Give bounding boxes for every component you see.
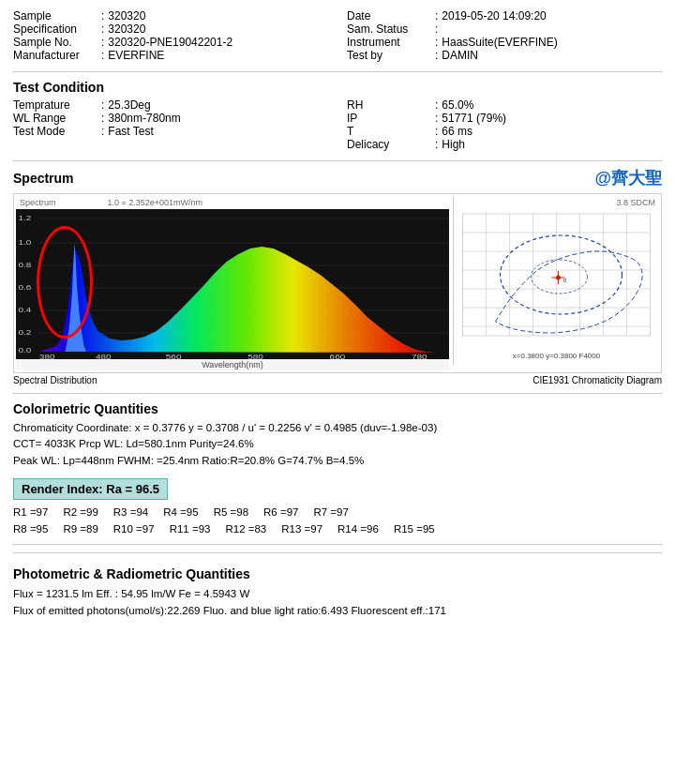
r8: R8 =95 (13, 520, 48, 537)
r15: R15 =95 (394, 520, 435, 537)
sam-status-row: Sam. Status : (347, 23, 662, 36)
colorimetric-line2: CCT= 4033K Prcp WL: Ld=580.1nm Purity=24… (13, 436, 662, 452)
ip-row: IP : 51771 (79%) (347, 112, 662, 125)
svg-text:780: 780 (412, 353, 428, 359)
spectrum-chart-container: Spectrum 1.0 = 2.352e+001mW/nm 1.2 1.0 0… (16, 196, 449, 370)
colorimetric-text: Chromaticity Coordinate: x = 0.3776 y = … (13, 420, 662, 469)
spec-colon: : (101, 23, 104, 36)
svg-text:1.2: 1.2 (18, 214, 31, 222)
sam-status-label: Sam. Status (347, 23, 431, 36)
wl-colon: : (101, 112, 104, 125)
manufacturer-value: EVERFINE (108, 49, 164, 62)
inst-colon: : (435, 36, 438, 49)
instrument-value: HaasSuite(EVERFINE) (442, 36, 557, 49)
spectrum-distribution-label: Spectral Distribution (13, 375, 97, 385)
test-mode-label: Test Mode (13, 125, 98, 138)
r6: R6 =97 (263, 504, 298, 520)
test-mode-row: Test Mode : Fast Test (13, 125, 328, 138)
date-value: 2019-05-20 14:09:20 (442, 9, 546, 23)
spectrum-title-row: Spectrum @齊大聖 (13, 167, 662, 189)
r5: R5 =98 (214, 504, 248, 520)
t-label: T (347, 125, 431, 138)
test-condition-grid: Temprature : 25.3Deg WL Range : 380nm-78… (13, 98, 662, 151)
testby-colon: : (435, 49, 438, 62)
sample-no-colon: : (101, 36, 104, 49)
svg-text:0.6: 0.6 (18, 283, 31, 292)
test-condition-section: Test Condition Temprature : 25.3Deg WL R… (13, 80, 662, 151)
cie-svg: o (454, 209, 659, 348)
r13: R13 =97 (281, 520, 322, 537)
sam-colon: : (435, 23, 438, 36)
r9: R9 =89 (63, 520, 98, 537)
date-colon: : (435, 9, 438, 23)
render-index-box: Render Index: Ra = 96.5 (13, 478, 168, 500)
manufacturer-label: Manufacturer (13, 49, 98, 62)
t-colon: : (435, 125, 438, 138)
sample-value: 320320 (108, 9, 145, 23)
ip-label: IP (347, 112, 431, 125)
divider-1 (13, 71, 662, 72)
svg-text:660: 660 (330, 353, 346, 359)
temp-colon: : (101, 98, 104, 112)
cie-chart: 3.8 SDCM (453, 196, 659, 365)
chart-labels: Spectral Distribution CIE1931 Chromatici… (13, 375, 662, 385)
colorimetric-line3: Peak WL: Lp=448nm FWHM: =25.4nm Ratio:R=… (13, 453, 662, 469)
svg-text:o: o (563, 277, 567, 283)
test-by-value: DAMIN (442, 49, 478, 62)
spectrum-wrapper: Spectrum 1.0 = 2.352e+001mW/nm 1.2 1.0 0… (13, 193, 662, 373)
test-mode-value: Fast Test (108, 125, 153, 138)
t-row: T : 66 ms (347, 125, 662, 138)
render-row-1: R1 =97 R2 =99 R3 =94 R4 =95 R5 =98 R6 =9… (13, 504, 662, 520)
r3: R3 =94 (113, 504, 148, 520)
temperature-value: 25.3Deg (108, 98, 150, 112)
mfr-colon: : (101, 49, 104, 62)
test-by-row: Test by : DAMIN (347, 49, 662, 62)
wl-range-value: 380nm-780nm (108, 112, 180, 125)
r10: R10 =97 (113, 520, 155, 537)
wavelength-label: Wavelength(nm) (16, 359, 449, 370)
svg-text:580: 580 (248, 353, 263, 359)
watermark: @齊大聖 (594, 167, 662, 189)
divider-4 (13, 544, 662, 545)
test-condition-title: Test Condition (13, 80, 662, 95)
sample-label: Sample (13, 9, 98, 23)
r4: R4 =95 (163, 504, 198, 520)
specification-value: 320320 (108, 23, 145, 36)
render-row-2: R8 =95 R9 =89 R10 =97 R11 =93 R12 =83 R1… (13, 520, 662, 537)
photometric-line1: Flux = 1231.5 lm Eff. : 54.95 lm/W Fe = … (13, 585, 662, 602)
r7: R7 =97 (313, 504, 348, 520)
delicacy-row: Delicacy : High (347, 138, 662, 151)
divider-3 (13, 393, 662, 394)
render-index-section: Render Index: Ra = 96.5 R1 =97 R2 =99 R3… (13, 475, 662, 538)
rh-value: 65.0% (442, 98, 473, 112)
specification-row: Specification : 320320 (13, 23, 328, 36)
render-values: R1 =97 R2 =99 R3 =94 R4 =95 R5 =98 R6 =9… (13, 504, 662, 538)
instrument-label: Instrument (347, 36, 431, 49)
cie-x-label: x=0.3800 y=0.3800 F4000 (454, 351, 659, 361)
rh-label: RH (347, 98, 431, 112)
photometric-title: Photometric & Radiometric Quantities (13, 566, 662, 581)
r11: R11 =93 (170, 520, 211, 537)
svg-text:480: 480 (96, 353, 112, 359)
wl-range-row: WL Range : 380nm-780nm (13, 112, 328, 125)
photometric-section: Photometric & Radiometric Quantities Flu… (13, 552, 662, 620)
cie-diagram-label: CIE1931 Chromaticity Diagram (532, 375, 662, 385)
temperature-label: Temprature (13, 98, 98, 112)
spectrum-section: Spectrum @齊大聖 Spectrum 1.0 = 2.352e+001m… (13, 167, 662, 385)
svg-text:380: 380 (39, 353, 55, 359)
instrument-row: Instrument : HaasSuite(EVERFINE) (347, 36, 662, 49)
test-by-label: Test by (347, 49, 431, 62)
r2: R2 =99 (63, 504, 98, 520)
colorimetric-title: Colorimetric Quantities (13, 401, 662, 416)
rh-row: RH : 65.0% (347, 98, 662, 112)
r1: R1 =97 (13, 504, 48, 520)
sample-colon: : (101, 9, 104, 23)
spectrum-top-label: Spectrum 1.0 = 2.352e+001mW/nm (16, 196, 449, 209)
sample-row: Sample : 320320 (13, 9, 328, 23)
spectrum-chart: 1.2 1.0 0.8 0.6 0.4 0.2 0.0 (16, 209, 449, 359)
svg-text:1.0: 1.0 (18, 238, 31, 247)
del-colon: : (435, 138, 438, 151)
info-section: Sample : 320320 Specification : 320320 S… (13, 9, 662, 62)
ip-value: 51771 (79%) (442, 112, 506, 125)
r14: R14 =96 (338, 520, 379, 537)
